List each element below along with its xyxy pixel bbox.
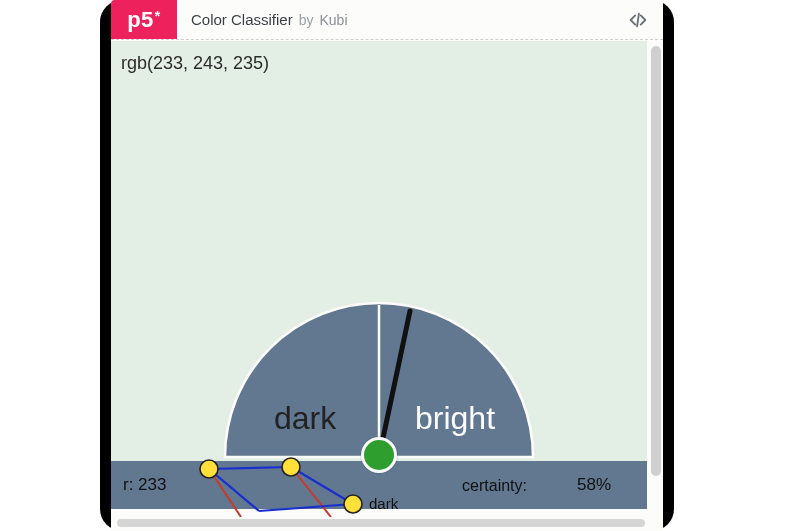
prediction-label: dark (369, 495, 399, 512)
certainty-value: 58% (577, 475, 611, 495)
author-name[interactable]: Kubi (320, 12, 348, 28)
nn-output-node (344, 495, 362, 513)
device-screen: p5* Color Classifier by Kubi rgb(233, 24… (111, 0, 663, 531)
device-frame: p5* Color Classifier by Kubi rgb(233, 24… (100, 0, 674, 531)
network-graph: dark (181, 449, 441, 517)
gauge-label-bright: bright (415, 400, 495, 436)
logo-star: * (155, 8, 161, 24)
nn-hidden-node (282, 458, 300, 476)
input-r-label: r: 233 (123, 475, 166, 495)
certainty-label: certainty: (462, 477, 527, 495)
sketch-title: Color Classifier (191, 11, 293, 28)
sketch-title-area: Color Classifier by Kubi (177, 0, 613, 39)
code-icon (627, 9, 649, 31)
gauge-label-dark: dark (274, 400, 337, 436)
p5-logo[interactable]: p5* (111, 0, 177, 39)
svg-line-5 (259, 504, 353, 511)
code-toggle-button[interactable] (613, 0, 663, 39)
horizontal-scrollbar[interactable] (117, 519, 645, 527)
svg-line-0 (209, 467, 291, 469)
sketch-canvas[interactable]: rgb(233, 243, 235) dark bright r: 233 (111, 41, 647, 517)
logo-text: p5 (127, 7, 154, 33)
svg-line-3 (291, 467, 353, 504)
header-bar: p5* Color Classifier by Kubi (111, 0, 663, 40)
by-label: by (299, 12, 314, 28)
vertical-scrollbar[interactable] (651, 46, 661, 476)
gauge-knob (361, 437, 397, 473)
nn-input-node (200, 460, 218, 478)
rgb-readout: rgb(233, 243, 235) (121, 53, 269, 74)
